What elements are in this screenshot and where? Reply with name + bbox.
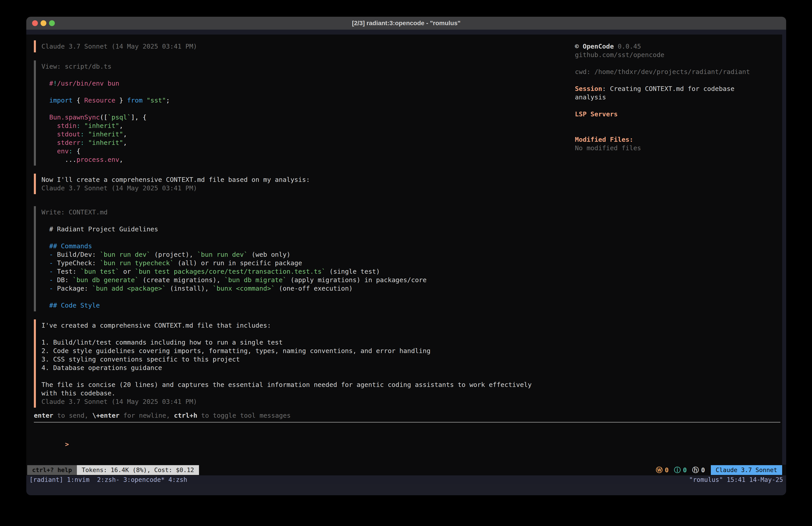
text-segment: `psql` bbox=[107, 113, 131, 121]
text-segment: ## Commands bbox=[49, 242, 92, 250]
text-segment: : bbox=[81, 130, 84, 138]
text-segment: (project), bbox=[150, 251, 197, 258]
message-input[interactable]: > bbox=[34, 431, 780, 440]
tmux-session-info: "romulus" 15:41 14-May-25 bbox=[689, 476, 783, 483]
text-line: import { Resource } from "sst"; bbox=[41, 96, 578, 104]
status-bar: ctrl+? help Tokens: 16.4K (8%), Cost: $0… bbox=[26, 465, 786, 475]
tool-output-view: View: script/db.ts #!/usr/bin/env bun im… bbox=[34, 60, 578, 166]
text-line: stdin: "inherit", bbox=[41, 122, 578, 130]
tmux-status-bar: [radiant] 1:nvim 2:zsh- 3:opencode* 4:zs… bbox=[26, 475, 786, 484]
text-segment: analysis bbox=[575, 94, 606, 101]
text-segment: { bbox=[73, 97, 84, 104]
input-area: enter to send, \+enter for newline, ctrl… bbox=[34, 411, 780, 440]
text-segment: enter bbox=[34, 412, 53, 419]
text-line bbox=[575, 118, 775, 127]
text-line: Claude 3.7 Sonnet (14 May 2025 03:41 PM) bbox=[41, 397, 578, 406]
model-badge: Claude 3.7 Sonnet bbox=[711, 465, 782, 475]
text-segment: - bbox=[49, 285, 53, 292]
text-line: Modified Files: bbox=[575, 135, 775, 144]
text-segment: `bun run dev` bbox=[197, 251, 248, 258]
text-line bbox=[41, 88, 578, 96]
terminal-bottom-padding bbox=[26, 484, 786, 495]
tmux-window-list[interactable]: [radiant] 1:nvim 2:zsh- 3:opencode* 4:zs… bbox=[29, 476, 187, 483]
text-segment: View: script/db.ts bbox=[41, 62, 112, 70]
tool-output-write: Write: CONTEXT.md # Radiant Project Guid… bbox=[34, 206, 578, 311]
text-segment: process.env bbox=[76, 156, 119, 164]
text-line: LSP Servers bbox=[575, 110, 775, 118]
text-segment: (single test) bbox=[325, 268, 380, 275]
text-line bbox=[41, 372, 578, 381]
text-segment: stderr bbox=[41, 139, 81, 146]
block-gap bbox=[34, 311, 578, 319]
text-segment: Claude 3.7 Sonnet (14 May 2025 03:41 PM) bbox=[41, 398, 197, 406]
text-segment: env bbox=[41, 147, 69, 155]
text-segment bbox=[41, 268, 49, 275]
chat-transcript: Claude 3.7 Sonnet (14 May 2025 03:41 PM)… bbox=[34, 40, 578, 408]
text-line: View: script/db.ts bbox=[41, 62, 578, 71]
text-line bbox=[41, 216, 578, 225]
text-line bbox=[575, 127, 775, 135]
text-line: stdout: "inherit", bbox=[41, 130, 578, 138]
text-segment: for newline, bbox=[119, 412, 174, 419]
text-segment: `bunx <command>` bbox=[213, 285, 275, 292]
text-segment: 1. Build/lint/test commands including ho… bbox=[41, 339, 283, 346]
text-line: I've created a comprehensive CONTEXT.md … bbox=[41, 321, 578, 330]
text-segment: Bun.spawnSync bbox=[49, 113, 100, 121]
text-segment bbox=[81, 122, 84, 129]
hints-counter-icon: ⓗ bbox=[692, 466, 699, 475]
text-segment: } bbox=[115, 97, 127, 104]
hints-counter-count: 0 bbox=[701, 466, 705, 474]
text-line: # Radiant Project Guidelines bbox=[41, 225, 578, 233]
text-segment bbox=[41, 242, 49, 250]
text-segment bbox=[41, 251, 49, 258]
text-segment: ... bbox=[41, 156, 76, 164]
text-line: cwd: /home/thdxr/dev/projects/radiant/ra… bbox=[575, 68, 775, 76]
minimize-button[interactable] bbox=[41, 20, 46, 26]
text-segment: ], { bbox=[131, 113, 147, 121]
text-segment bbox=[41, 285, 49, 292]
text-segment: `bun test packages/core/test/transaction… bbox=[135, 268, 325, 275]
warnings-counter-icon: ⓦ bbox=[656, 466, 663, 475]
text-line: enter to send, \+enter for newline, ctrl… bbox=[34, 411, 780, 420]
text-segment bbox=[84, 139, 88, 146]
text-segment: Claude 3.7 Sonnet (14 May 2025 03:41 PM) bbox=[41, 43, 197, 50]
text-segment: ctrl+h bbox=[174, 412, 198, 419]
text-segment: (web only) bbox=[248, 251, 290, 258]
text-line bbox=[41, 293, 578, 301]
title-bar: [2/3] radiant:3:opencode - "romulus" bbox=[26, 17, 786, 30]
text-segment: (create migrations), bbox=[139, 276, 224, 284]
text-segment: stdout bbox=[41, 130, 81, 138]
text-segment: # bbox=[41, 80, 53, 87]
text-line: - TypeCheck: `bun run typecheck` (all) o… bbox=[41, 259, 578, 267]
text-segment: , bbox=[123, 130, 127, 138]
text-line: The file is concise (20 lines) and captu… bbox=[41, 381, 578, 389]
text-line bbox=[575, 59, 775, 68]
text-line: Now I'll create a comprehensive CONTEXT.… bbox=[41, 175, 578, 184]
text-segment: LSP Servers bbox=[575, 110, 618, 118]
text-segment: : Creating CONTEXT.md for codebase bbox=[602, 85, 735, 93]
text-line: analysis bbox=[575, 93, 775, 101]
text-line: #!/usr/bin/env bun bbox=[41, 79, 578, 88]
text-segment: stdin bbox=[41, 122, 76, 129]
text-segment: { bbox=[73, 147, 81, 155]
text-segment bbox=[41, 276, 49, 284]
token-usage-chip: Tokens: 16.4K (8%), Cost: $0.12 bbox=[77, 465, 199, 475]
text-line: - Package: `bun add <package>` (install)… bbox=[41, 284, 578, 293]
text-segment: import bbox=[49, 97, 73, 104]
text-segment: `bun run typecheck` bbox=[100, 259, 174, 267]
text-segment bbox=[41, 97, 49, 104]
close-button[interactable] bbox=[32, 20, 38, 26]
text-line: Session: Creating CONTEXT.md for codebas… bbox=[575, 84, 775, 93]
maximize-button[interactable] bbox=[49, 20, 55, 26]
terminal-right-padding bbox=[782, 34, 786, 465]
warnings-counter-count: 0 bbox=[665, 466, 668, 474]
text-segment: - bbox=[49, 268, 53, 275]
text-segment: : bbox=[76, 122, 80, 129]
text-segment: : bbox=[69, 147, 72, 155]
text-line bbox=[41, 71, 578, 79]
text-line: - DB: `bun db generate` (create migratio… bbox=[41, 276, 578, 284]
assistant-message-header: Claude 3.7 Sonnet (14 May 2025 03:41 PM) bbox=[34, 40, 578, 52]
text-segment: `bun run dev` bbox=[100, 251, 150, 258]
text-segment: "sst" bbox=[146, 97, 166, 104]
text-segment: with this codebase. bbox=[41, 389, 115, 397]
